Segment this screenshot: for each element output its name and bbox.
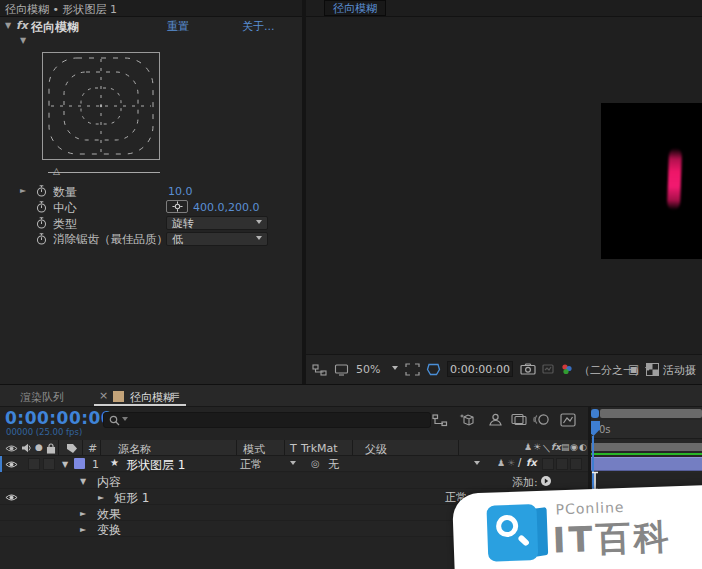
layer-collapse-switch[interactable]: ☀ [507, 458, 515, 468]
view-layout-label[interactable]: 活动摄 [663, 363, 696, 378]
flowchart-icon[interactable] [312, 364, 327, 376]
layer-expand-triangle[interactable]: ▼ [62, 460, 68, 469]
viewer-tabbar: 径向模糊 [306, 0, 702, 17]
after-effects-window: 径向模糊 • 形状图层 1 ▼ fx 径向模糊 重置 关于... ▼ △ [0, 0, 702, 569]
antialias-dropdown[interactable]: 低 [166, 232, 268, 246]
parent-value: 无 [328, 457, 339, 472]
empty-switch-cell[interactable] [556, 458, 568, 470]
parent-column-header[interactable]: 父级 [365, 442, 387, 457]
comp-mini-flowchart-icon[interactable] [432, 414, 448, 427]
tab-render-queue[interactable]: 渲染队列 [20, 390, 64, 405]
blend-mode-dropdown[interactable]: 正常 [240, 457, 296, 472]
group-expand-triangle[interactable]: ► [80, 525, 86, 534]
center-point-button[interactable] [166, 200, 188, 213]
time-ruler[interactable]: 0s [591, 420, 702, 439]
target-region-icon[interactable]: ▣ [628, 362, 639, 376]
layer-quality-switch[interactable]: / [518, 457, 521, 468]
radial-blur-preview[interactable] [42, 52, 160, 160]
audio-column-icon [21, 443, 32, 453]
stopwatch-icon[interactable] [36, 201, 47, 213]
ruler-zero-label: 0s [599, 424, 611, 435]
param-value-center[interactable]: 400.0,200.0 [193, 201, 259, 214]
pink-blurred-shape [667, 148, 682, 210]
channels-icon[interactable] [560, 363, 574, 376]
stopwatch-icon[interactable] [36, 217, 47, 229]
column-divider [458, 440, 459, 455]
mask-icon[interactable] [426, 363, 441, 376]
timeline-timecode[interactable]: 0:00:00:00 [5, 408, 113, 428]
crosshair-icon [172, 201, 183, 212]
param-row-type: 类型 旋转 [0, 215, 302, 231]
monitor-icon[interactable] [334, 364, 349, 376]
tab-effect-controls[interactable]: 径向模糊 • 形状图层 1 [5, 2, 117, 17]
panel-menu-icon[interactable]: ≡ [170, 388, 180, 402]
motion-blur-icon[interactable] [533, 413, 549, 426]
zoom-level-dropdown[interactable]: 50% [356, 363, 398, 376]
search-icon [109, 415, 120, 426]
trkmat-t-header[interactable]: T [290, 442, 297, 455]
add-shape-label: 添加: [512, 475, 538, 490]
reset-link[interactable]: 重置 [167, 19, 189, 34]
close-tab-icon[interactable]: × [99, 389, 108, 402]
param-expand-triangle[interactable]: ► [20, 186, 26, 195]
layer-duration-bar[interactable] [591, 457, 702, 471]
composition-canvas[interactable] [601, 103, 702, 259]
add-shape-button[interactable] [540, 475, 552, 487]
frame-blend-icon[interactable] [511, 413, 527, 426]
tab-composition[interactable]: 径向模糊 [324, 0, 386, 16]
trkmat-column-header[interactable]: TrkMat [301, 442, 338, 455]
draft-3d-icon[interactable] [459, 412, 476, 427]
parent-dropdown[interactable]: 无 [328, 457, 480, 472]
preview-slider-handle[interactable]: △ [53, 166, 60, 176]
layer-shy-switch[interactable]: ♟ [497, 458, 505, 468]
parent-pickwhip-icon[interactable]: ◎ [311, 458, 320, 469]
param-value-amount[interactable]: 10.0 [168, 185, 193, 198]
solo-column-icon: ● [35, 442, 43, 452]
group-expand-triangle[interactable]: ► [98, 493, 104, 502]
horizontal-scrollbar[interactable] [600, 409, 702, 418]
chevron-down-icon [256, 220, 262, 227]
group-visibility-eye-icon[interactable] [5, 493, 18, 502]
resolution-dropdown[interactable]: （二分之一） [579, 363, 651, 378]
timeline-tabbar: 渲染队列 × 径向模糊 ≡ [0, 385, 702, 407]
work-area-bar[interactable] [591, 443, 702, 451]
layer-label-swatch[interactable] [74, 458, 85, 469]
chevron-down-icon [290, 461, 296, 468]
effect-name: 径向模糊 [31, 19, 79, 36]
index-column-header: # [88, 442, 97, 455]
viewer-timecode-field[interactable]: 0:00:00:00 [447, 361, 513, 377]
empty-switch-cell[interactable] [542, 458, 554, 470]
panel-divider-vertical[interactable] [302, 0, 306, 384]
stopwatch-icon[interactable] [36, 233, 47, 245]
layer-row-shape-layer-1[interactable]: ▼ 1 ★ 形状图层 1 正常 ◎ 无 ♟ ☀ / fx [0, 456, 588, 472]
preview-expand-triangle[interactable]: ▼ [20, 36, 26, 45]
solo-toggle-cell[interactable] [43, 458, 55, 470]
graph-editor-icon[interactable] [560, 413, 576, 427]
layer-visibility-eye-icon[interactable] [5, 460, 18, 469]
effect-expand-triangle[interactable]: ▼ [5, 21, 11, 30]
stopwatch-icon[interactable] [36, 185, 47, 197]
timeline-search-box[interactable] [103, 412, 431, 428]
mode-column-header[interactable]: 模式 [243, 442, 265, 457]
group-expand-triangle[interactable]: ► [80, 509, 86, 518]
show-snapshot-icon[interactable] [542, 364, 554, 374]
source-name-column-header[interactable]: 源名称 [118, 442, 151, 457]
snapshot-camera-icon[interactable] [520, 363, 536, 375]
transparency-grid-icon[interactable] [646, 363, 659, 376]
layer-fx-switch[interactable]: fx [526, 457, 537, 468]
effect-controls-panel: 径向模糊 • 形状图层 1 ▼ fx 径向模糊 重置 关于... ▼ △ [0, 0, 302, 384]
group-expand-triangle[interactable]: ▼ [80, 477, 86, 486]
cached-frames-indicator [591, 453, 702, 455]
type-dropdown[interactable]: 旋转 [166, 216, 268, 230]
time-navigator-handle[interactable] [591, 409, 599, 418]
shy-layers-icon[interactable] [488, 413, 503, 426]
empty-switch-cell[interactable] [570, 458, 582, 470]
group-row-contents[interactable]: ▼ 内容 添加: [0, 473, 588, 489]
roi-icon[interactable] [405, 363, 420, 376]
frame-blend-header-icon: ▤ [561, 442, 570, 452]
about-link[interactable]: 关于... [242, 19, 275, 34]
layer-name[interactable]: 形状图层 1 [126, 457, 185, 474]
preview-slider-track[interactable] [48, 172, 160, 173]
tab-timeline-active[interactable]: 径向模糊 [130, 390, 174, 405]
audio-toggle-cell[interactable] [28, 458, 40, 470]
